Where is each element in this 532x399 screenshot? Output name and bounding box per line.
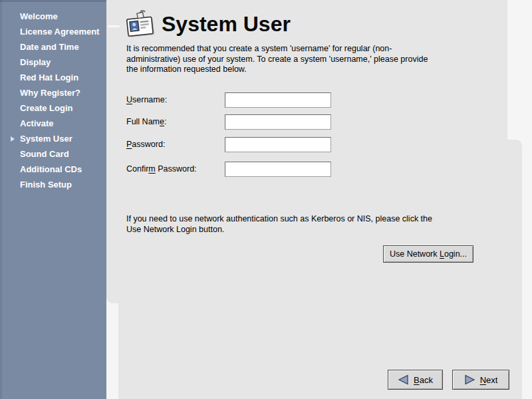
sidebar-item-sound-card: Sound Card: [0, 146, 106, 162]
sidebar-item-red-hat-login: Red Hat Login: [0, 70, 106, 85]
wizard-step-list: Welcome License Agreement Date and Time …: [0, 0, 106, 192]
step-label: Additional CDs: [20, 164, 82, 174]
label-post: sername:: [132, 95, 167, 104]
step-label: Finish Setup: [20, 180, 72, 190]
full-name-row: Full Name:: [126, 114, 426, 130]
intro-text: It is recommended that you create a syst…: [126, 44, 485, 75]
sidebar-item-activate: Activate: [0, 116, 106, 131]
label-post: ack: [420, 375, 433, 385]
use-network-login-button[interactable]: Use Network Login...: [383, 245, 473, 263]
back-button[interactable]: Back: [388, 370, 443, 390]
label-post: ext: [486, 375, 497, 385]
back-arrow-icon: [398, 374, 409, 385]
button-label: Back: [414, 375, 433, 385]
page-title: System User: [162, 7, 291, 41]
sidebar-item-additional-cds: Additional CDs: [0, 162, 106, 177]
label-mnemonic: m: [148, 164, 155, 174]
label-post: ogin...: [444, 249, 467, 259]
label-mnemonic: e: [160, 117, 164, 126]
step-label: Why Register?: [20, 88, 80, 98]
label-post: Password:: [156, 164, 197, 174]
label-pre: Use Network: [390, 249, 440, 259]
step-label: Create Login: [20, 103, 72, 113]
step-label: Sound Card: [20, 149, 69, 159]
sidebar-item-date-and-time: Date and Time: [0, 39, 106, 55]
step-label: System User: [20, 134, 72, 144]
username-label: Username:: [126, 95, 167, 104]
next-arrow-icon: [464, 374, 475, 385]
step-label: Display: [20, 57, 51, 67]
page-header: System User: [124, 7, 291, 41]
sidebar-item-welcome: Welcome: [0, 9, 106, 24]
content-area: System User It is recommended that you c…: [106, 0, 532, 399]
sidebar-item-create-login: Create Login: [0, 100, 106, 116]
step-label: License Agreement: [20, 27, 99, 37]
button-label: Next: [480, 375, 498, 385]
network-auth-note: If you need to use network authenticatio…: [126, 214, 485, 235]
sidebar-item-display: Display: [0, 55, 106, 70]
confirm-password-label: Confirm Password:: [126, 164, 197, 174]
step-label: Red Hat Login: [20, 72, 78, 82]
panel-corner-dash: [108, 25, 120, 27]
sidebar-item-license-agreement: License Agreement: [0, 24, 106, 39]
confirm-password-input[interactable]: [225, 162, 331, 177]
password-row: Password:: [126, 137, 426, 153]
label-post: assword:: [132, 140, 165, 149]
username-row: Username:: [126, 92, 426, 108]
label-pre: Confir: [126, 164, 148, 174]
label-mnemonic: U: [126, 95, 132, 104]
confirm-password-row: Confirm Password:: [126, 162, 426, 178]
sidebar-item-why-register: Why Register?: [0, 85, 106, 100]
password-input[interactable]: [225, 137, 331, 152]
wizard-step-sidebar: Welcome License Agreement Date and Time …: [0, 0, 106, 399]
label-post: :: [164, 117, 166, 126]
username-input[interactable]: [225, 92, 331, 108]
label-mnemonic: N: [480, 375, 486, 385]
password-label: Password:: [126, 140, 165, 149]
full-name-input[interactable]: [225, 114, 331, 130]
full-name-label: Full Name:: [126, 117, 166, 126]
label-mnemonic: L: [440, 249, 444, 259]
label-mnemonic: B: [414, 375, 420, 385]
next-button[interactable]: Next: [452, 370, 509, 390]
active-step-arrow-icon: [11, 136, 15, 142]
step-label: Date and Time: [20, 42, 79, 52]
id-badge-icon: [124, 7, 156, 41]
lower-panel: [118, 140, 522, 399]
button-label: Use Network Login...: [390, 249, 467, 259]
step-label: Activate: [20, 118, 54, 128]
sidebar-item-system-user: System User: [0, 131, 106, 146]
label-pre: Full Nam: [126, 117, 160, 126]
sidebar-item-finish-setup: Finish Setup: [0, 177, 106, 192]
step-label: Welcome: [20, 11, 58, 21]
